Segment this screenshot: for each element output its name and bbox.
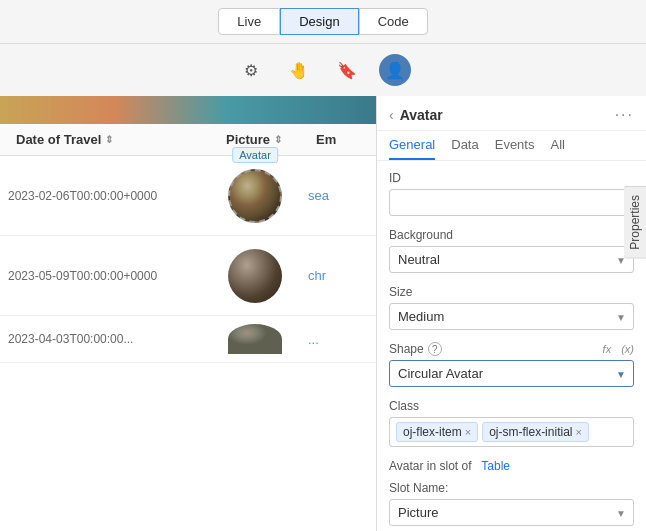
- slot-header: Avatar in slot of Table: [389, 459, 634, 473]
- tab-data[interactable]: Data: [451, 137, 478, 160]
- field-shape: Shape ? fx (x) ▼: [389, 342, 634, 387]
- panel-title: Avatar: [400, 107, 443, 123]
- shape-help-icon[interactable]: ?: [428, 342, 442, 356]
- left-panel: Date of Travel ⇕ Picture ⇕ Em 2023-02-06…: [0, 96, 376, 531]
- class-tag-2[interactable]: oj-sm-flex-initial ×: [482, 422, 589, 442]
- avatar-image-2: [228, 249, 282, 303]
- slot-info: Avatar in slot of Table: [389, 459, 634, 473]
- slot-name-select-wrapper: Picture ▼: [389, 499, 634, 526]
- tab-events[interactable]: Events: [495, 137, 535, 160]
- field-class: Class oj-flex-item × oj-sm-flex-initial …: [389, 399, 634, 447]
- thumb-icon[interactable]: 🤚: [283, 54, 315, 86]
- id-input[interactable]: [389, 189, 634, 216]
- table-row: 2023-05-09T00:00:00+0000 chr: [0, 236, 376, 316]
- shape-input[interactable]: [389, 360, 634, 387]
- panel-content: ID Background Neutral ▼: [377, 161, 646, 531]
- sort-icon-date: ⇕: [105, 134, 113, 145]
- design-button[interactable]: Design: [280, 8, 358, 35]
- table-row: 2023-04-03T00:00:00... ...: [0, 316, 376, 363]
- tab-all[interactable]: All: [550, 137, 564, 160]
- class-tag-1[interactable]: oj-flex-item ×: [396, 422, 478, 442]
- cell-em-1: sea: [300, 180, 376, 211]
- code-button[interactable]: Code: [359, 8, 428, 35]
- slot-table-link[interactable]: Table: [481, 459, 510, 473]
- avatar-wrapper-1[interactable]: Avatar: [228, 169, 282, 223]
- size-select-wrapper: Medium ▼: [389, 303, 634, 330]
- avatar-image-3: [228, 324, 282, 354]
- col-em[interactable]: Em: [308, 132, 368, 147]
- sort-icon-picture: ⇕: [274, 134, 282, 145]
- col-picture[interactable]: Picture ⇕: [218, 132, 308, 147]
- avatar-tooltip: Avatar: [232, 147, 278, 163]
- toolbar: Live Design Code: [0, 0, 646, 44]
- gear-icon[interactable]: ⚙: [235, 54, 267, 86]
- cell-em-3: ...: [300, 324, 376, 355]
- properties-tab[interactable]: Properties: [624, 186, 646, 259]
- cell-date-2: 2023-05-09T00:00:00+0000: [0, 261, 210, 291]
- slot-name-label: Slot Name:: [389, 481, 634, 495]
- field-background: Background Neutral ▼: [389, 228, 634, 273]
- background-select-wrapper: Neutral ▼: [389, 246, 634, 273]
- background-label: Background: [389, 228, 634, 242]
- shape-label-row: Shape ? fx (x): [389, 342, 634, 356]
- table-header: Date of Travel ⇕ Picture ⇕ Em: [0, 124, 376, 156]
- cell-em-2: chr: [300, 260, 376, 291]
- cell-date-3: 2023-04-03T00:00:00...: [0, 324, 210, 354]
- tab-general[interactable]: General: [389, 137, 435, 160]
- id-label: ID: [389, 171, 634, 185]
- bookmark-icon[interactable]: 🔖: [331, 54, 363, 86]
- shape-x-badge: (x): [621, 343, 634, 355]
- banner: [0, 96, 376, 124]
- panel-tabs: General Data Events All: [377, 131, 646, 161]
- main-area: Date of Travel ⇕ Picture ⇕ Em 2023-02-06…: [0, 96, 646, 531]
- slot-name-select[interactable]: Picture: [389, 499, 634, 526]
- more-options-button[interactable]: ···: [615, 106, 634, 124]
- class-label: Class: [389, 399, 634, 413]
- field-size: Size Medium ▼: [389, 285, 634, 330]
- panel-header: ‹ Avatar ···: [377, 96, 646, 131]
- live-button[interactable]: Live: [218, 8, 280, 35]
- background-select[interactable]: Neutral: [389, 246, 634, 273]
- cell-date-1: 2023-02-06T00:00:00+0000: [0, 181, 210, 211]
- class-tags: oj-flex-item × oj-sm-flex-initial ×: [389, 417, 634, 447]
- avatar-image-1: [228, 169, 282, 223]
- class-tag-1-remove[interactable]: ×: [465, 426, 471, 438]
- avatar-icon[interactable]: 👤: [379, 54, 411, 86]
- cell-picture-3[interactable]: [210, 316, 300, 362]
- back-button[interactable]: ‹: [389, 107, 394, 123]
- shape-select-wrapper: ▼: [389, 360, 634, 387]
- cell-picture-2[interactable]: [210, 241, 300, 311]
- shape-fx-badge: fx: [603, 343, 612, 355]
- field-slot-name: Slot Name: Picture ▼: [389, 481, 634, 526]
- right-panel: ‹ Avatar ··· General Data Events All ID: [376, 96, 646, 531]
- col-date[interactable]: Date of Travel ⇕: [8, 132, 218, 147]
- class-tag-2-remove[interactable]: ×: [575, 426, 581, 438]
- table-row: 2023-02-06T00:00:00+0000 Avatar sea: [0, 156, 376, 236]
- cell-picture-1[interactable]: Avatar: [210, 161, 300, 231]
- field-id: ID: [389, 171, 634, 216]
- panel-title-row: ‹ Avatar: [389, 107, 443, 123]
- size-label: Size: [389, 285, 634, 299]
- size-select[interactable]: Medium: [389, 303, 634, 330]
- icon-row: ⚙ 🤚 🔖 👤: [0, 44, 646, 96]
